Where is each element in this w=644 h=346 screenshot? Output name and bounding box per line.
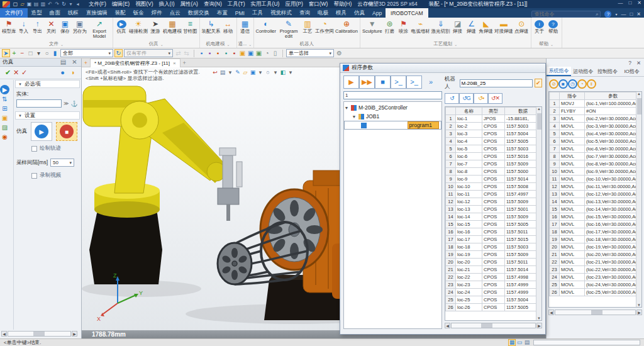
ribbon-tab[interactable]: PMI (231, 8, 248, 18)
table-row[interactable]: 10loc-10CPOS1157.5008 (446, 183, 541, 191)
caret-down-icon[interactable]: ▾ (287, 69, 294, 76)
ribbon-tab[interactable]: 工具 (248, 8, 267, 18)
table-row[interactable]: 13loc-13CPOS1157.5001 (446, 206, 541, 213)
ribbon-button[interactable]: ∠焊缝 (465, 18, 479, 35)
table-row[interactable]: 5loc-5CPOS1157.5003 (446, 145, 541, 153)
scroll-right-icon[interactable]: ▶ (536, 323, 542, 328)
table-row[interactable]: 15loc-15CPOS1157.5005 (446, 221, 541, 228)
menu-item[interactable]: 窗口(W) (309, 1, 328, 8)
scroll-left-icon[interactable]: ◀ (548, 310, 554, 315)
ribbon-button[interactable]: ⌁电弧增材 (411, 18, 431, 35)
horizontal-scrollbar[interactable]: ◀ ▶ (445, 322, 542, 328)
ribbon-tab[interactable]: 装配 (111, 8, 130, 18)
ribbon-button[interactable]: ▦通信 (238, 18, 252, 35)
select-mode-dropdown[interactable]: 单一选择▾ (286, 49, 334, 57)
mdi-close-button[interactable]: ✕ (636, 11, 641, 17)
table-row[interactable]: 20loc-20CPOS1157.5011 (446, 259, 541, 266)
ribbon-tab[interactable]: 查询 (296, 8, 314, 18)
select-part-icon[interactable]: ▪ (230, 49, 238, 57)
wireframe-mode-icon[interactable]: ○ (264, 69, 272, 76)
table-row[interactable]: 24loc-24CPOS1157.4999 (446, 289, 541, 296)
window-select-icon[interactable]: □ (26, 49, 35, 57)
tab-file[interactable]: 文件(F) (0, 8, 28, 18)
tree-item-program-selected[interactable]: program1 (344, 121, 441, 130)
view-cube-icon[interactable]: ◧ (279, 69, 287, 76)
ribbon-button[interactable]: ◣角焊缝 (479, 18, 494, 35)
scrollbar-thumb[interactable] (481, 323, 492, 328)
caret-down-icon[interactable]: ▾ (226, 69, 234, 76)
open-file-icon[interactable]: ▱ (19, 1, 26, 8)
pin-icon[interactable]: ◗ (69, 69, 77, 77)
record-point-group-icon[interactable]: ↺G (459, 93, 474, 104)
ribbon-tab[interactable]: 布置 (213, 8, 231, 18)
redo-icon[interactable]: ↷ (53, 1, 60, 8)
ribbon-button[interactable]: ⚑喷涂 (397, 18, 411, 35)
status-input[interactable] (533, 340, 640, 345)
table-row[interactable]: 18loc-18CPOS1157.5003 (446, 243, 541, 251)
table-row[interactable]: 3MOVL(loc-2,Vel=30.00000,Acc=40.0 (550, 115, 641, 123)
new-file-icon[interactable]: ▢ (12, 1, 19, 8)
menu-item[interactable]: 查询(N) (204, 1, 222, 8)
select-group-icon[interactable]: ▣ (247, 49, 255, 57)
save-icon[interactable]: ▣ (26, 1, 33, 8)
ribbon-tab[interactable]: 线框 (64, 8, 82, 18)
select-edge-icon[interactable]: ▪ (206, 49, 214, 57)
table-row[interactable]: 7MOVL(loc-6,Vel=30.00000,Acc=40.0 (550, 145, 641, 153)
ribbon-button[interactable]: ⇓激光切割 (431, 18, 451, 35)
table-row[interactable]: 1loc-1JPOS-15.88181, (446, 115, 541, 123)
table-row[interactable]: 19loc-19CPOS1157.5009 (446, 251, 541, 259)
mdi-restore-button[interactable]: □ (630, 11, 633, 17)
pick-filter-icon[interactable]: ➤ (2, 49, 10, 57)
play-simulation-button[interactable]: ▶ (31, 122, 52, 141)
table-row[interactable]: 17loc-17CPOS1157.5015 (446, 236, 541, 243)
part-filter-dropdown[interactable]: 仅有零件▾ (124, 49, 173, 57)
table-row[interactable]: 16loc-16CPOS1157.5011 (446, 228, 541, 236)
grid-snap-icon[interactable]: ▦ (508, 339, 516, 346)
menu-item[interactable]: 工具(T) (228, 1, 245, 8)
panel-close-icon[interactable]: ✕ (70, 59, 79, 67)
add-entity-icon[interactable]: + (10, 49, 18, 57)
table-row[interactable]: 10MOVL(loc-9,Vel=30.00000,Acc=40.0 (550, 168, 641, 176)
table-row[interactable]: 11MOVL(loc-10,Vel=30.00000,Acc=40. (550, 176, 641, 183)
panel-close-icon[interactable]: ✕ (636, 60, 641, 66)
ribbon-button[interactable]: ↳装配关系 (201, 18, 221, 35)
ribbon-button[interactable]: ✎Program edit (277, 18, 301, 40)
group-expander-icon[interactable]: ⌄ (454, 42, 457, 47)
tree-item-controller[interactable]: ▼ M-20iB_25Controller (344, 103, 441, 112)
table-row[interactable]: 2loc-2CPOS1157.5003 (446, 123, 541, 130)
table-row[interactable]: 9MOVL(loc-8,Vel=30.00000,Acc=40.0 (550, 160, 641, 168)
table-row[interactable]: 4MOVL(loc-3,Vel=30.00000,Acc=40.0 (550, 123, 641, 130)
ribbon-button[interactable]: ↗Export Model (87, 18, 111, 40)
help-icon[interactable]: ? (604, 11, 611, 18)
sample-interval-dropdown[interactable]: 50▾ (50, 159, 74, 167)
ribbon-button[interactable]: ☀碰撞检测 (128, 18, 148, 35)
scroll-right-icon[interactable]: ▶ (72, 331, 77, 337)
table-row[interactable]: 1MOVJ(loc-1,Vel=100.00000,Acc=50. (550, 100, 641, 108)
ribbon-button[interactable]: ▬对接焊缝 (494, 18, 514, 35)
table-row[interactable]: 2FLYBY#ON (550, 108, 641, 115)
horizontal-scrollbar[interactable]: ◀ ▶ (1, 330, 77, 337)
collapse-icon[interactable]: ◂ (74, 1, 81, 8)
constraint-icon[interactable]: ⇅ (0, 94, 9, 104)
table-row[interactable]: 12loc-12CPOS1157.5009 (446, 198, 541, 206)
exit-icon[interactable]: ↩ (211, 69, 219, 76)
caret-down-icon[interactable]: ▾ (67, 1, 74, 8)
table-row[interactable]: 23MOVL(loc-22,Vel=30.00000,Acc=40. (550, 266, 641, 274)
table-row[interactable]: 14MOVL(loc-13,Vel=30.00000,Acc=40. (550, 198, 641, 206)
table-row[interactable]: 21MOVL(loc-20,Vel=30.00000,Acc=40. (550, 251, 641, 259)
current-line-field[interactable] (343, 91, 442, 99)
group-expander-icon[interactable]: ⌄ (550, 42, 553, 47)
panel-menu-icon[interactable]: ▤ (59, 59, 67, 67)
column-header[interactable]: 名称 (456, 108, 482, 115)
scrollbar-thumb[interactable] (33, 332, 45, 336)
expand-chevrons-icon[interactable]: ≫ (64, 101, 69, 106)
select-face-icon[interactable]: ▪ (214, 49, 222, 57)
print-icon[interactable]: ▤ (33, 1, 40, 8)
refresh-filter-icon[interactable]: ↻ (114, 49, 123, 57)
column-header[interactable] (446, 108, 456, 115)
no-trace-icon[interactable]: ⊘ (549, 79, 558, 89)
expand-panel-icon[interactable]: » (426, 75, 436, 89)
play-icon[interactable]: ▶ (343, 75, 359, 89)
ribbon-button[interactable]: ↑导出 (31, 18, 45, 35)
table-row[interactable]: 9loc-9CPOS1157.5014 (446, 176, 541, 183)
